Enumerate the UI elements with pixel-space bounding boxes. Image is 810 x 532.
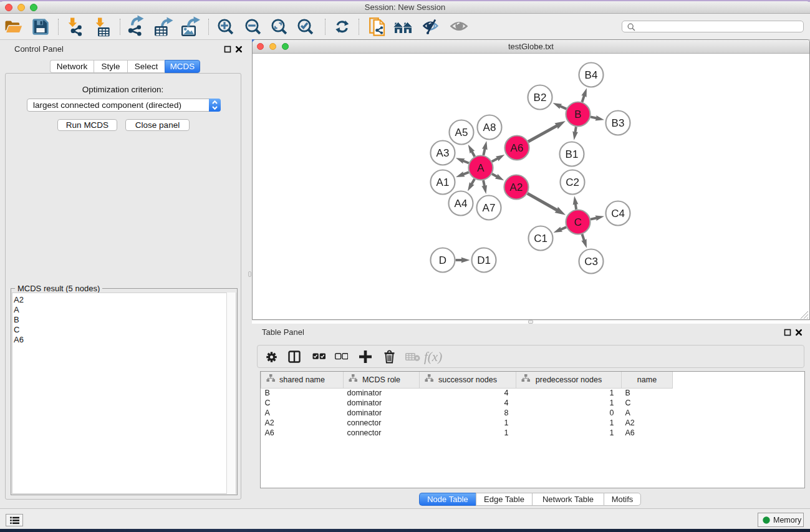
svg-text:C4: C4	[611, 208, 625, 220]
svg-text:B: B	[574, 109, 581, 120]
svg-text:A8: A8	[483, 122, 496, 133]
svg-text:C3: C3	[584, 256, 598, 268]
svg-text:B4: B4	[585, 69, 598, 81]
svg-text:D: D	[439, 254, 446, 266]
svg-text:A3: A3	[436, 147, 450, 159]
svg-text:C: C	[574, 216, 582, 228]
svg-text:A6: A6	[511, 142, 524, 154]
svg-text:C2: C2	[566, 177, 579, 188]
svg-text:A2: A2	[510, 181, 523, 193]
svg-text:A7: A7	[483, 202, 496, 214]
svg-text:A: A	[477, 162, 485, 174]
svg-text:A4: A4	[455, 198, 468, 210]
svg-text:D1: D1	[477, 254, 491, 266]
svg-text:C1: C1	[534, 233, 547, 244]
svg-text:B2: B2	[534, 92, 547, 104]
svg-text:A1: A1	[436, 177, 450, 188]
svg-text:B3: B3	[612, 117, 625, 129]
svg-text:B1: B1	[566, 148, 579, 160]
svg-text:A5: A5	[455, 127, 468, 138]
